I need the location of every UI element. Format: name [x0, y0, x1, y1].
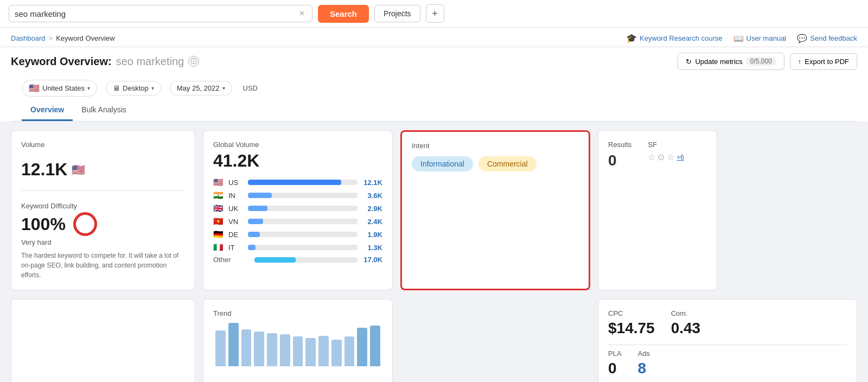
- sf-col: SF ☆ ⊙ ☆ +6: [648, 141, 684, 169]
- ads-value: 8: [638, 360, 650, 377]
- bar-country-it: IT: [228, 244, 244, 252]
- intent-card: Intent Informational Commercial: [400, 130, 590, 290]
- tab-overview[interactable]: Overview: [22, 100, 73, 121]
- bar-val-it: 1.3K: [362, 244, 382, 252]
- com-col: Com. 0.43: [671, 309, 701, 337]
- trend-bar-10: [344, 336, 355, 366]
- bar-track-vn: [248, 219, 358, 224]
- metrics-card: CPC $14.75 Com. 0.43 PLA 0 Ads 8: [598, 299, 857, 382]
- device-filter[interactable]: 🖥 Desktop ▾: [106, 81, 161, 96]
- kd-label: Keyword Difficulty: [21, 202, 185, 210]
- other-bar: [254, 257, 296, 263]
- tab-bulk-analysis[interactable]: Bulk Analysis: [73, 100, 135, 121]
- manual-label: User manual: [746, 34, 787, 42]
- currency-label: USD: [243, 84, 258, 92]
- export-pdf-button[interactable]: ↑ Export to PDF: [790, 53, 857, 70]
- device-label: Desktop: [123, 84, 149, 92]
- refresh-icon: ↻: [686, 58, 692, 66]
- bar-val-de: 1.9K: [362, 231, 382, 239]
- date-chevron: ▾: [222, 85, 225, 91]
- bar-track-in: [248, 193, 358, 198]
- results-col: Results 0: [608, 141, 631, 169]
- us-flag-icon: 🇺🇸: [72, 163, 85, 176]
- bar-flag-vn: 🇻🇳: [213, 217, 224, 226]
- bar-track-uk: [248, 206, 358, 211]
- search-input[interactable]: [15, 9, 297, 18]
- com-value: 0.43: [671, 320, 701, 337]
- export-label: Export to PDF: [805, 58, 849, 66]
- trend-bar-1: [228, 323, 239, 366]
- tabs-row: Overview Bulk Analysis: [11, 100, 857, 122]
- kd-value: 100%: [21, 214, 66, 234]
- bar-val-in: 3.6K: [362, 192, 382, 200]
- info-icon[interactable]: ⓘ: [188, 56, 199, 67]
- trend-spacer: [400, 299, 590, 382]
- pla-label: PLA: [608, 349, 622, 358]
- course-label: Keyword Research course: [640, 34, 722, 42]
- page-header: Keyword Overview: seo marketing ⓘ ↻ Upda…: [0, 47, 868, 122]
- bar-fill-vn: [248, 219, 263, 224]
- keyword-course-link[interactable]: 🎓 Keyword Research course: [626, 33, 722, 43]
- sf-icon-1: ☆: [648, 152, 655, 162]
- country-chevron: ▾: [87, 85, 90, 91]
- country-label: United States: [42, 84, 85, 92]
- trend-placeholder: [11, 299, 195, 382]
- kd-row: 100%: [21, 212, 185, 236]
- bar-fill-it: [248, 245, 256, 250]
- bar-fill-uk: [248, 206, 267, 211]
- bar-row-us: 🇺🇸 US 12.1K: [213, 177, 382, 187]
- manual-icon: 📖: [733, 34, 744, 43]
- projects-label: Projects: [384, 9, 411, 18]
- breadcrumb-home[interactable]: Dashboard: [11, 34, 46, 42]
- feedback-label: Send feedback: [810, 34, 857, 42]
- trend-bar-2: [241, 329, 252, 366]
- bar-country-uk: UK: [228, 205, 244, 213]
- trend-bar-0: [215, 330, 226, 366]
- ads-label: Ads: [638, 349, 650, 358]
- cpc-value: $14.75: [608, 320, 655, 337]
- bar-country-vn: VN: [228, 218, 244, 226]
- filters-row: 🇺🇸 United States ▾ 🖥 Desktop ▾ May 25, 2…: [11, 75, 857, 97]
- country-flag: 🇺🇸: [29, 83, 40, 93]
- update-counter: 0/5,000: [746, 57, 776, 66]
- date-filter[interactable]: May 25, 2022 ▾: [170, 81, 232, 96]
- search-button[interactable]: Search: [318, 5, 369, 23]
- top-bar: × Search Projects +: [0, 0, 868, 28]
- sf-label: SF: [648, 141, 684, 149]
- header-actions: ↻ Update metrics 0/5,000 ↑ Export to PDF: [678, 53, 857, 70]
- clear-button[interactable]: ×: [297, 9, 307, 18]
- trend-chart: [213, 323, 382, 366]
- badge-informational: Informational: [412, 156, 473, 171]
- sf-more[interactable]: +6: [676, 154, 684, 161]
- kd-section: Keyword Difficulty 100% Very hard The ha…: [21, 202, 185, 280]
- bar-track-de: [248, 232, 358, 237]
- bar-row-it: 🇮🇹 IT 1.3K: [213, 243, 382, 252]
- user-manual-link[interactable]: 📖 User manual: [733, 34, 787, 43]
- volume-value: 12.1K 🇺🇸: [21, 160, 185, 180]
- results-row: Results 0 SF ☆ ⊙ ☆ +6: [608, 141, 707, 169]
- add-project-button[interactable]: +: [426, 4, 444, 23]
- bar-val-vn: 2.4K: [362, 218, 382, 226]
- page-title: Keyword Overview: seo marketing ⓘ: [11, 55, 199, 68]
- trend-card: Trend: [203, 299, 393, 382]
- bar-flag-us: 🇺🇸: [213, 177, 224, 187]
- bar-flag-it: 🇮🇹: [213, 243, 224, 252]
- other-row: Other 17.0K: [213, 256, 382, 264]
- page-title-keyword: seo marketing: [116, 55, 184, 68]
- country-filter[interactable]: 🇺🇸 United States ▾: [22, 80, 97, 97]
- cpc-label: CPC: [608, 309, 655, 317]
- bar-country-de: DE: [228, 231, 244, 239]
- device-icon: 🖥: [113, 84, 120, 92]
- trend-bar-9: [331, 340, 342, 366]
- ads-col: Ads 8: [638, 349, 650, 377]
- main-content: Volume 12.1K 🇺🇸 Keyword Difficulty 100% …: [0, 122, 868, 299]
- other-label: Other: [213, 256, 250, 264]
- projects-button[interactable]: Projects: [374, 5, 420, 22]
- update-metrics-button[interactable]: ↻ Update metrics 0/5,000: [678, 53, 784, 70]
- send-feedback-link[interactable]: 💬 Send feedback: [797, 34, 857, 43]
- global-value: 41.2K: [213, 151, 382, 171]
- bar-row-uk: 🇬🇧 UK 2.9K: [213, 203, 382, 213]
- top-links: 🎓 Keyword Research course 📖 User manual …: [626, 33, 857, 43]
- bar-country-us: US: [228, 179, 244, 187]
- metrics-top: CPC $14.75 Com. 0.43: [608, 309, 847, 337]
